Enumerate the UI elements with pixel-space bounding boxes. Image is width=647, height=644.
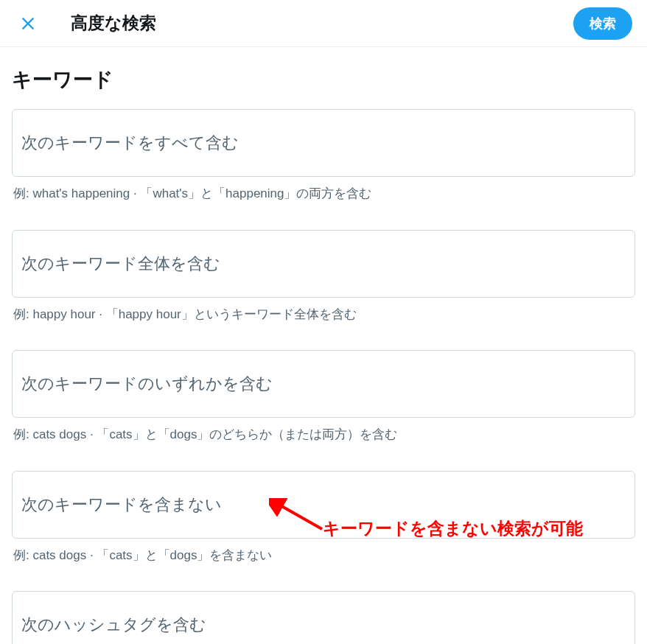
section-title: キーワード	[0, 47, 647, 109]
input-label: 次のハッシュタグを含む	[13, 592, 634, 644]
close-icon	[20, 15, 36, 32]
helper-text: 例: what's happening · 「what's」と「happenin…	[12, 177, 635, 203]
field-hashtags: 次のハッシュタグを含む	[0, 591, 647, 644]
modal-header: 高度な検索 検索	[0, 0, 647, 47]
input-label: 次のキーワードのいずれかを含む	[13, 351, 634, 417]
helper-text: 例: cats dogs · 「cats」と「dogs」を含まない	[12, 539, 635, 565]
field-any-words: 次のキーワードのいずれかを含む 例: cats dogs · 「cats」と「d…	[0, 350, 647, 471]
helper-text: 例: happy hour · 「happy hour」というキーワード全体を含…	[12, 298, 635, 324]
input-hashtags[interactable]: 次のハッシュタグを含む	[12, 591, 635, 644]
helper-text: 例: cats dogs · 「cats」と「dogs」のどちらか（または両方）…	[12, 418, 635, 444]
modal-title: 高度な検索	[71, 12, 573, 35]
input-label: 次のキーワード全体を含む	[13, 231, 634, 297]
input-any-words[interactable]: 次のキーワードのいずれかを含む	[12, 350, 635, 418]
field-all-words: 次のキーワードをすべて含む 例: what's happening · 「wha…	[0, 109, 647, 230]
field-none-words: 次のキーワードを含まない 例: cats dogs · 「cats」と「dogs…	[0, 471, 647, 592]
close-button[interactable]	[15, 10, 41, 37]
input-all-words[interactable]: 次のキーワードをすべて含む	[12, 109, 635, 177]
input-label: 次のキーワードを含まない	[13, 472, 634, 538]
field-exact-phrase: 次のキーワード全体を含む 例: happy hour · 「happy hour…	[0, 230, 647, 351]
input-none-words[interactable]: 次のキーワードを含まない	[12, 471, 635, 539]
input-exact-phrase[interactable]: 次のキーワード全体を含む	[12, 230, 635, 298]
search-button[interactable]: 検索	[573, 7, 632, 40]
content-scroll[interactable]: キーワード 次のキーワードをすべて含む 例: what's happening …	[0, 47, 647, 644]
input-label: 次のキーワードをすべて含む	[13, 110, 634, 176]
